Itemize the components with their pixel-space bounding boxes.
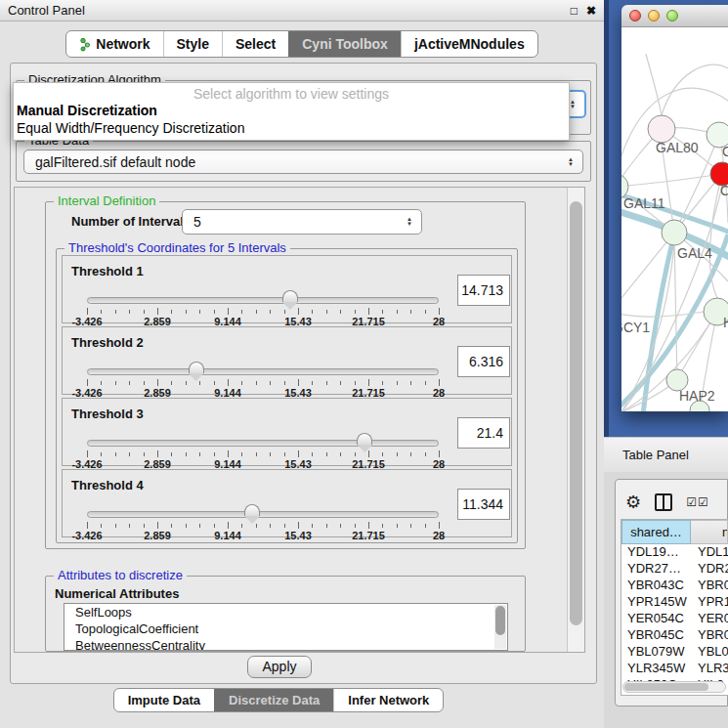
threshold-row: Threshold 4 -3.4262.8599.14415.4321.7152… <box>62 469 512 537</box>
tab[interactable]: Select <box>222 31 288 57</box>
columns-icon[interactable] <box>655 493 672 511</box>
tab-strip: Network Style Select Cyni Toolbox jActiv… <box>65 30 537 58</box>
tick <box>326 381 327 385</box>
table-row[interactable]: YPR145W YPR1 <box>621 594 728 611</box>
tick <box>157 450 158 457</box>
slider-ticks <box>87 450 439 458</box>
tick <box>157 522 158 529</box>
slider-track[interactable] <box>87 297 439 304</box>
zoom-traffic-light[interactable] <box>666 10 678 21</box>
threshold-slider[interactable] <box>87 511 439 518</box>
bottom-tab-strip: Impute Data Discretize Data Infer Networ… <box>113 688 445 712</box>
checkboxes-icon[interactable]: ☑☑ <box>686 495 709 509</box>
table-row[interactable]: YER054C YER0 <box>621 611 728 627</box>
node-gal4[interactable] <box>662 220 687 245</box>
bottom-tab[interactable]: Discretize Data <box>214 689 333 711</box>
tick <box>144 310 145 314</box>
node-table: shared… na YDL19… YDL1 YDR27… YDR2 YBR04… <box>621 519 728 696</box>
table-row[interactable]: YBR045C YBR0 <box>621 627 728 644</box>
tick <box>115 381 116 385</box>
close-traffic-light[interactable] <box>629 10 641 21</box>
dropdown-option[interactable]: Manual Discretization <box>14 103 569 120</box>
threshold-slider[interactable] <box>87 368 439 375</box>
tab[interactable]: jActiveMNodules <box>401 31 537 57</box>
table-row[interactable]: YBR043C YBR0 <box>621 578 728 594</box>
attribute-list-item[interactable]: TopologicalCoefficient <box>64 621 507 637</box>
threshold-value-field[interactable]: 14.713 <box>457 275 510 306</box>
table-data-combobox[interactable]: galFiltered.sif default node ▲▼ <box>23 150 583 174</box>
threshold-rows: Threshold 1 -3.4262.8599.14415.4321.7152… <box>62 255 512 540</box>
slider-handle[interactable] <box>282 290 298 302</box>
slider-track[interactable] <box>87 440 439 447</box>
slider-handle[interactable] <box>244 504 260 516</box>
attribute-list-item[interactable]: SelfLoops <box>64 604 507 621</box>
float-window-icon[interactable]: □ <box>571 4 578 18</box>
threshold-slider[interactable] <box>87 440 439 447</box>
dropdown-option[interactable]: Equal Width/Frequency Discretization <box>14 120 569 138</box>
cell-name: YDL1 <box>691 544 728 561</box>
slider-handle[interactable] <box>357 433 372 445</box>
cell-shared-name: YPR145W <box>621 594 691 611</box>
network-canvas[interactable]: GAL80 GA C GAL11 GAL4 GCY1 H HAP2 <box>621 27 728 411</box>
threshold-value-field[interactable]: 21.4 <box>457 417 510 449</box>
tick <box>397 310 398 314</box>
node-label: H <box>723 315 728 330</box>
table-row[interactable]: YLR345W YLR3 <box>621 661 728 677</box>
table-row[interactable]: YBL079W YBL0 <box>621 644 728 661</box>
table-row[interactable]: YDR27… YDR2 <box>621 561 728 578</box>
tab[interactable]: Cyni Toolbox <box>288 31 401 57</box>
column-header-name[interactable]: na <box>691 520 728 544</box>
attributes-scrollbar-thumb[interactable] <box>495 606 505 635</box>
minimize-traffic-light[interactable] <box>648 10 660 21</box>
tick <box>87 450 88 457</box>
number-of-intervals-combobox[interactable]: 5 ▲▼ <box>182 209 422 235</box>
vertical-scrollbar-thumb[interactable] <box>570 201 582 625</box>
bottom-tab[interactable]: Infer Network <box>333 689 443 711</box>
slider-track[interactable] <box>87 368 439 375</box>
attribute-list-item[interactable]: BetweennessCentrality <box>64 637 507 651</box>
tick <box>228 379 229 386</box>
tab-label: Select <box>236 36 276 52</box>
bottom-tab[interactable]: Impute Data <box>114 689 214 711</box>
tick <box>326 310 327 314</box>
threshold-value-field[interactable]: 11.344 <box>457 489 510 520</box>
node-label: GA <box>722 144 728 159</box>
tick <box>186 381 187 385</box>
slider-handle[interactable] <box>189 362 204 373</box>
tick <box>199 452 200 456</box>
threshold-slider[interactable] <box>87 297 439 304</box>
table-row[interactable]: YDL19… YDL1 <box>621 544 728 561</box>
column-header-shared[interactable]: shared… <box>621 520 691 544</box>
cell-name: YPR1 <box>691 594 728 611</box>
table-panel-toolbar: ⚙ ☑☑ <box>625 492 728 513</box>
slider-track[interactable] <box>87 511 439 518</box>
tick <box>186 452 187 456</box>
cell-name: YBR0 <box>691 578 728 594</box>
table-horizontal-scrollbar-thumb[interactable] <box>624 683 708 691</box>
tick-label: -3.426 <box>71 530 102 541</box>
tick <box>129 310 130 314</box>
node-gal80[interactable] <box>648 115 675 143</box>
attributes-group-title: Attributes to discretize <box>54 569 187 582</box>
tick <box>355 524 356 528</box>
close-icon[interactable]: ✖ <box>586 4 596 18</box>
attributes-list[interactable]: SelfLoops TopologicalCoefficient Between… <box>64 603 508 651</box>
cell-name: YER0 <box>691 611 728 627</box>
tick <box>298 308 299 315</box>
cell-shared-name: YBR043C <box>621 578 691 594</box>
tick <box>129 452 130 456</box>
tick <box>368 379 369 386</box>
tick <box>214 524 215 528</box>
tick <box>368 450 369 457</box>
gear-icon[interactable]: ⚙ <box>625 493 641 511</box>
tick <box>87 379 88 386</box>
tab[interactable]: Style <box>163 31 222 57</box>
network-window-titlebar[interactable] <box>621 5 728 27</box>
tick <box>199 310 200 314</box>
tab[interactable]: Network <box>66 31 162 57</box>
slider-ticks <box>87 379 439 387</box>
cell-name: YBL0 <box>691 644 728 661</box>
threshold-value-field[interactable]: 6.316 <box>457 346 510 377</box>
apply-button[interactable]: Apply <box>247 656 312 678</box>
tick <box>340 310 341 314</box>
